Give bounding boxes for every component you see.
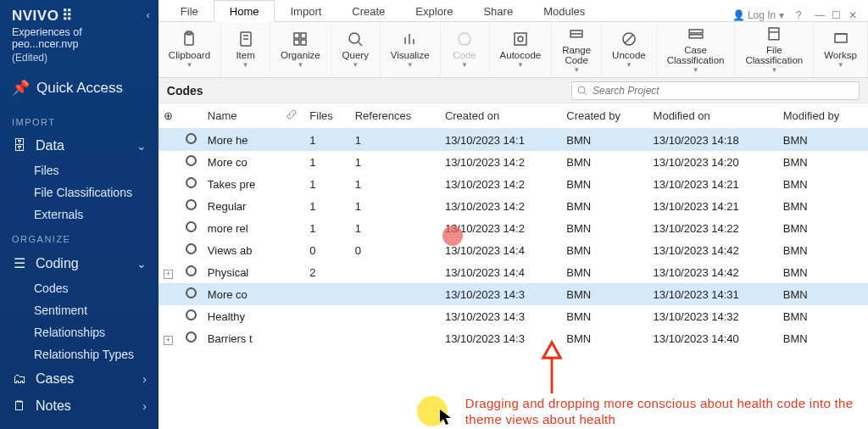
code-node-icon: [186, 133, 197, 144]
nav-externals[interactable]: Externals: [0, 203, 159, 226]
tab-modules[interactable]: Modules: [528, 1, 600, 21]
login-link[interactable]: 👤 Log In ▾: [732, 9, 784, 21]
code-row[interactable]: +Barriers t13/10/2023 14:3BMN13/10/2023 …: [159, 327, 868, 349]
nav-sentiment[interactable]: Sentiment: [0, 299, 159, 321]
code-row[interactable]: Regular1113/10/2023 14:2BMN13/10/2023 14…: [159, 195, 868, 217]
cell-refs: 1: [350, 129, 440, 152]
code-node-icon: [186, 177, 197, 188]
chevron-right-icon: ›: [142, 372, 147, 386]
code-row[interactable]: More he1113/10/2023 14:1BMN13/10/2023 14…: [159, 129, 868, 152]
cell-modified-on: 13/10/2023 14:32: [648, 305, 778, 327]
maximize-button[interactable]: ☐: [830, 9, 843, 21]
ribbon-code: Code▼: [441, 22, 490, 77]
ribbon-label: Query: [342, 50, 369, 61]
ribbon-uncode[interactable]: Uncode▼: [602, 22, 657, 77]
nav-coding[interactable]: ☰Coding ⌄: [0, 249, 159, 277]
cell-modified-on: 13/10/2023 14:22: [648, 217, 778, 239]
cell-modified-on: 13/10/2023 14:40: [648, 327, 778, 349]
code-row[interactable]: Views ab0013/10/2023 14:4BMN13/10/2023 1…: [159, 239, 868, 261]
ribbon-fileclass[interactable]: FileClassification▼: [735, 22, 814, 77]
search-box[interactable]: [571, 81, 860, 100]
cell-files: 0: [304, 239, 349, 261]
cell-files: 1: [304, 151, 349, 173]
nav-relationship-types[interactable]: Relationship Types: [0, 343, 159, 365]
ribbon-organize[interactable]: Organize▼: [270, 22, 331, 77]
tab-home[interactable]: Home: [214, 0, 275, 22]
expand-toggle[interactable]: +: [164, 270, 173, 279]
ribbon-query[interactable]: Query▼: [331, 22, 381, 77]
cell-name: Physical: [203, 261, 281, 283]
code-row[interactable]: More co13/10/2023 14:3BMN13/10/2023 14:3…: [159, 283, 868, 305]
code-row[interactable]: more rel1113/10/2023 14:2BMN13/10/2023 1…: [159, 217, 868, 239]
col-files[interactable]: Files: [304, 103, 349, 129]
uncode-icon: [620, 31, 637, 47]
ribbon-rangecode[interactable]: RangeCode▼: [552, 22, 602, 77]
cell-refs: 1: [350, 195, 440, 217]
code-row[interactable]: More co1113/10/2023 14:2BMN13/10/2023 14…: [159, 151, 868, 173]
code-row[interactable]: Takes pre1113/10/2023 14:2BMN13/10/2023 …: [159, 173, 868, 195]
tab-explore[interactable]: Explore: [400, 1, 468, 21]
nav-codes[interactable]: Codes: [0, 277, 159, 299]
cell-created-on: 13/10/2023 14:2: [440, 173, 561, 195]
nav-section-import: IMPORT: [0, 109, 159, 132]
ribbon-label: Clipboard: [169, 50, 210, 61]
ribbon-label: Organize: [281, 50, 320, 61]
mouse-cursor-icon: [439, 409, 453, 426]
ribbon-item[interactable]: Item▼: [221, 22, 270, 77]
nav-relationships[interactable]: Relationships: [0, 321, 159, 343]
col-created-on[interactable]: Created on: [440, 103, 561, 129]
cell-name: Takes pre: [203, 173, 281, 195]
ribbon-autocode[interactable]: Autocode▼: [490, 22, 553, 77]
nav-files[interactable]: Files: [0, 159, 159, 181]
cell-created-by: BMN: [561, 283, 648, 305]
nav-file-classifications[interactable]: File Classifications: [0, 181, 159, 203]
tab-file[interactable]: File: [165, 1, 214, 21]
ribbon-label: Item: [236, 50, 254, 61]
ribbon-clipboard[interactable]: Clipboard▼: [159, 22, 221, 77]
ribbon-caseclass[interactable]: CaseClassification▼: [657, 22, 736, 77]
coding-icon: ☰: [12, 255, 27, 271]
cell-modified-on: 13/10/2023 14:18: [648, 129, 778, 152]
nav-data[interactable]: 🗄Data ⌄: [0, 132, 159, 159]
help-icon[interactable]: ?: [796, 9, 802, 21]
nav-cases[interactable]: 🗂Cases ›: [0, 365, 159, 393]
code-row[interactable]: Healthy13/10/2023 14:3BMN13/10/2023 14:3…: [159, 305, 868, 327]
tab-create[interactable]: Create: [337, 1, 400, 21]
cell-modified-by: BMN: [778, 305, 868, 327]
code-node-icon: [186, 221, 197, 232]
col-modified-on[interactable]: Modified on: [648, 103, 778, 129]
close-button[interactable]: ✕: [846, 9, 860, 21]
cell-refs: [350, 283, 440, 305]
col-modified-by[interactable]: Modified by: [778, 103, 868, 129]
nav-notes[interactable]: 🗒Notes ›: [0, 393, 159, 420]
tab-share[interactable]: Share: [468, 1, 528, 21]
code-node-icon: [186, 265, 197, 276]
cell-name: more rel: [203, 217, 281, 239]
cell-files: [304, 327, 349, 349]
cell-files: 1: [304, 129, 349, 152]
cell-created-by: BMN: [561, 261, 648, 283]
ribbon-label: Visualize: [391, 50, 430, 61]
ribbon-visualize[interactable]: Visualize▼: [381, 22, 441, 77]
col-name[interactable]: Name: [203, 103, 281, 129]
ribbon-workspace[interactable]: Worksp▼: [814, 22, 868, 77]
minimize-button[interactable]: —: [813, 9, 826, 21]
quick-access[interactable]: 📌 Quick Access: [0, 72, 159, 109]
collapse-nav-icon[interactable]: ‹: [147, 8, 150, 21]
expand-toggle[interactable]: +: [164, 336, 173, 345]
cell-modified-by: BMN: [778, 261, 868, 283]
col-references[interactable]: References: [350, 103, 440, 129]
quick-access-label: Quick Access: [36, 80, 123, 97]
svg-rect-23: [769, 28, 779, 40]
ribbon-label: Uncode: [612, 50, 646, 61]
cell-name: More co: [203, 151, 281, 173]
ribbon-label: FileClassification: [745, 45, 803, 66]
col-expand[interactable]: ⊕: [159, 103, 181, 129]
tab-import[interactable]: Import: [275, 1, 337, 21]
code-node-icon: [186, 332, 197, 343]
svg-point-9: [349, 33, 359, 43]
col-created-by[interactable]: Created by: [561, 103, 648, 129]
code-row[interactable]: +Physical213/10/2023 14:4BMN13/10/2023 1…: [159, 261, 868, 283]
cell-created-on: 13/10/2023 14:3: [440, 327, 561, 349]
search-input[interactable]: [593, 85, 859, 97]
